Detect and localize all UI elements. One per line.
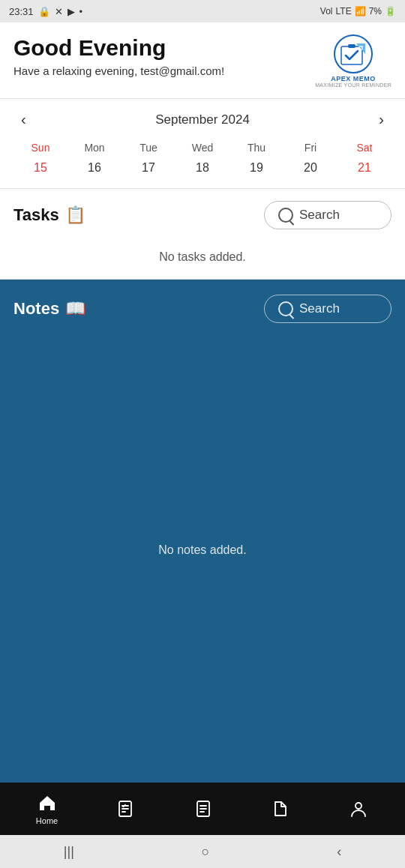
logo-tagline: MAXIMIZE YOUR REMINDER xyxy=(315,82,392,88)
svg-rect-0 xyxy=(341,46,362,64)
profile-nav-icon xyxy=(348,798,369,819)
nav-item-profile[interactable] xyxy=(348,798,369,819)
vol-icon: Vol xyxy=(320,6,333,16)
tasks-title: Tasks 📋 xyxy=(14,205,86,225)
nav-item-notes[interactable] xyxy=(193,798,214,819)
main-content: Good Evening Have a relaxing evening, te… xyxy=(0,22,405,835)
status-right: Vol LTE 📶 7% 🔋 xyxy=(320,6,396,16)
day-header-thu: Thu xyxy=(230,139,284,157)
notes-title-text: Notes xyxy=(14,299,59,319)
nav-home-label: Home xyxy=(36,816,58,825)
android-nav: ||| ○ ‹ xyxy=(0,835,405,868)
notes-section: Notes 📖 Search No notes added. xyxy=(0,280,405,783)
time: 23:31 xyxy=(9,6,34,17)
tasks-nav-icon xyxy=(115,798,136,819)
day-header-tue: Tue xyxy=(122,139,176,157)
files-nav-icon xyxy=(270,798,291,819)
notes-header: Notes 📖 Search xyxy=(14,295,392,323)
subtitle: Have a relaxing evening, test@gmail.com! xyxy=(14,64,224,77)
tasks-search-label: Search xyxy=(299,208,340,223)
tasks-empty-message: No tasks added. xyxy=(14,238,392,267)
battery-icon: 🔋 xyxy=(385,6,396,16)
calendar-day-20[interactable]: 20 xyxy=(284,157,338,179)
day-header-mon: Mon xyxy=(68,139,122,157)
notes-search-box[interactable]: Search xyxy=(264,295,392,323)
tasks-search-icon xyxy=(278,208,293,223)
greeting: Good Evening xyxy=(14,34,224,61)
logo: APEX MEMO MAXIMIZE YOUR REMINDER xyxy=(315,34,392,88)
logo-svg xyxy=(338,40,368,67)
calendar-nav: ‹ September 2024 › xyxy=(14,108,392,131)
calendar-day-19[interactable]: 19 xyxy=(230,157,284,179)
recent-apps-button[interactable]: ||| xyxy=(49,838,89,866)
calendar-day-16[interactable]: 16 xyxy=(68,157,122,179)
day-header-fri: Fri xyxy=(284,139,338,157)
calendar-grid: Sun Mon Tue Wed Thu Fri Sat 15 16 17 18 … xyxy=(14,139,392,179)
x-icon: ✕ xyxy=(55,6,63,17)
back-button[interactable]: ‹ xyxy=(322,838,356,866)
notes-nav-icon xyxy=(193,798,214,819)
nav-item-files[interactable] xyxy=(270,798,291,819)
signal-icon: 📶 xyxy=(355,6,366,16)
calendar-day-18[interactable]: 18 xyxy=(176,157,230,179)
day-header-wed: Wed xyxy=(176,139,230,157)
calendar-section: ‹ September 2024 › Sun Mon Tue Wed Thu F… xyxy=(0,99,405,189)
svg-point-5 xyxy=(356,803,362,809)
status-bar: 23:31 🔒 ✕ ▶ • Vol LTE 📶 7% 🔋 xyxy=(0,0,405,22)
next-month-button[interactable]: › xyxy=(371,108,392,131)
lte-icon: LTE xyxy=(336,6,352,16)
nav-item-tasks[interactable] xyxy=(115,798,136,819)
dot-icon: • xyxy=(80,6,83,17)
day-header-sun: Sun xyxy=(14,139,68,157)
tasks-icon: 📋 xyxy=(65,205,86,225)
nav-item-home[interactable]: Home xyxy=(36,792,58,825)
status-left: 23:31 🔒 ✕ ▶ • xyxy=(9,6,82,17)
logo-text: APEX MEMO xyxy=(331,75,376,82)
notes-empty-message: No notes added. xyxy=(14,332,392,768)
day-header-sat: Sat xyxy=(338,139,392,157)
youtube-icon: ▶ xyxy=(68,6,75,17)
tasks-title-text: Tasks xyxy=(14,205,59,225)
notes-search-label: Search xyxy=(299,301,340,316)
header-left: Good Evening Have a relaxing evening, te… xyxy=(14,34,224,77)
bottom-nav: Home xyxy=(0,783,405,835)
logo-circle xyxy=(334,34,373,73)
header: Good Evening Have a relaxing evening, te… xyxy=(0,22,405,99)
notes-search-icon xyxy=(278,301,293,316)
notification-icon: 🔒 xyxy=(38,6,50,17)
svg-rect-1 xyxy=(348,44,356,48)
tasks-search-box[interactable]: Search xyxy=(264,201,392,229)
calendar-month: September 2024 xyxy=(155,112,250,127)
notes-title: Notes 📖 xyxy=(14,299,86,319)
tasks-section: Tasks 📋 Search No tasks added. xyxy=(0,189,405,280)
prev-month-button[interactable]: ‹ xyxy=(14,108,34,131)
calendar-day-17[interactable]: 17 xyxy=(122,157,176,179)
battery-level: 7% xyxy=(369,6,382,16)
calendar-day-15[interactable]: 15 xyxy=(14,157,68,179)
home-icon xyxy=(37,792,58,813)
home-button[interactable]: ○ xyxy=(187,838,225,866)
calendar-day-21[interactable]: 21 xyxy=(338,157,392,179)
notes-icon: 📖 xyxy=(65,299,86,319)
tasks-header: Tasks 📋 Search xyxy=(14,201,392,229)
